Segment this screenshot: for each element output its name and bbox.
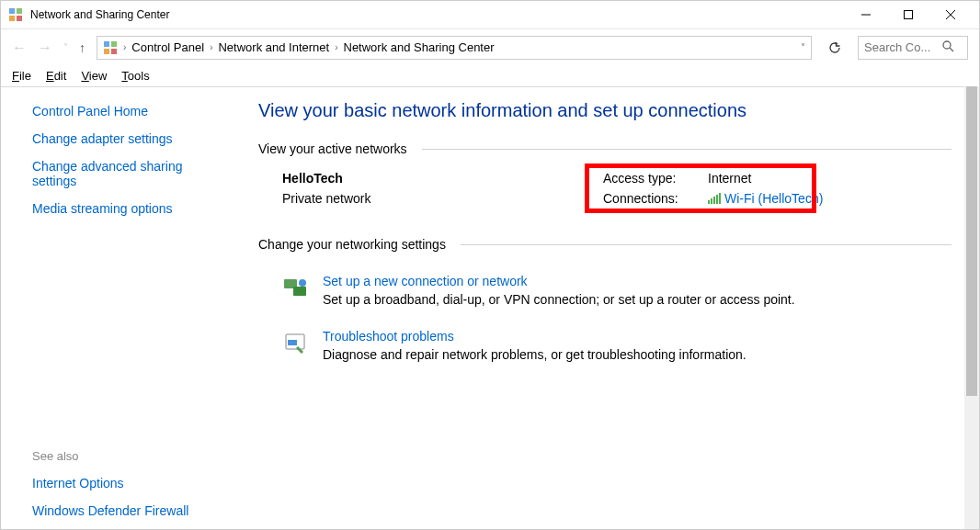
svg-rect-23 [288, 340, 297, 345]
svg-point-21 [299, 279, 306, 287]
svg-rect-2 [9, 16, 15, 21]
menu-view[interactable]: View [81, 69, 107, 83]
active-network-row: HelloTech Private network Access type: I… [258, 171, 952, 211]
troubleshoot-item[interactable]: Troubleshoot problems Diagnose and repai… [258, 321, 952, 377]
see-also-link[interactable]: Internet Options [32, 476, 229, 491]
svg-rect-16 [713, 197, 715, 204]
sidebar: Control Panel Home Change adapter settin… [1, 87, 240, 529]
see-also-link[interactable]: Windows Defender Firewall [32, 503, 229, 518]
svg-rect-20 [293, 287, 306, 296]
minimize-button[interactable] [845, 1, 887, 28]
svg-rect-5 [905, 11, 913, 19]
sidebar-link[interactable]: Media streaming options [32, 201, 229, 216]
svg-rect-8 [104, 41, 109, 47]
breadcrumb-item[interactable]: Control Panel [131, 40, 204, 54]
window-controls [845, 1, 972, 28]
sidebar-link[interactable]: Change advanced sharing settings [32, 159, 198, 188]
scrollbar-thumb[interactable] [966, 86, 977, 396]
connections-label: Connections: [603, 191, 708, 206]
back-button[interactable]: ← [12, 39, 27, 56]
troubleshoot-icon [282, 331, 308, 356]
breadcrumb-item[interactable]: Network and Sharing Center [344, 40, 495, 54]
access-type-label: Access type: [603, 171, 708, 186]
page-title: View your basic network information and … [258, 100, 952, 121]
svg-rect-11 [111, 49, 117, 54]
refresh-button[interactable] [823, 36, 847, 60]
item-description: Set up a broadband, dial-up, or VPN conn… [323, 292, 795, 307]
active-networks-label: View your active networks [258, 141, 952, 156]
control-panel-icon [103, 40, 118, 55]
forward-button[interactable]: → [38, 39, 52, 56]
titlebar: Network and Sharing Center [1, 1, 979, 28]
search-icon[interactable] [941, 39, 954, 55]
up-button[interactable]: ↑ [79, 40, 85, 55]
svg-rect-3 [17, 16, 22, 21]
setup-connection-item[interactable]: Set up a new connection or network Set u… [258, 266, 952, 321]
network-info: HelloTech Private network [282, 171, 586, 211]
control-panel-home-link[interactable]: Control Panel Home [32, 104, 229, 118]
menu-edit[interactable]: Edit [46, 69, 66, 83]
window-title: Network and Sharing Center [30, 8, 845, 21]
chevron-right-icon[interactable]: › [210, 42, 212, 52]
svg-line-13 [950, 48, 953, 51]
connection-icon [282, 276, 308, 301]
chevron-right-icon[interactable]: › [335, 42, 337, 52]
item-text: Set up a new connection or network Set u… [323, 274, 795, 307]
connection-link[interactable]: Wi-Fi (HelloTech) [708, 191, 823, 206]
breadcrumb-item[interactable]: Network and Internet [218, 40, 329, 54]
maximize-button[interactable] [887, 1, 929, 28]
svg-rect-10 [104, 49, 109, 54]
svg-rect-9 [111, 41, 117, 47]
menu-bar: File Edit View Tools [1, 65, 979, 87]
main-panel: View your basic network information and … [240, 87, 979, 529]
svg-rect-1 [17, 8, 22, 14]
search-input[interactable] [864, 40, 938, 54]
chevron-right-icon[interactable]: › [123, 42, 126, 52]
close-button[interactable] [929, 1, 972, 28]
vertical-scrollbar[interactable] [964, 86, 979, 529]
svg-rect-15 [711, 198, 712, 204]
network-type: Private network [282, 191, 586, 206]
connections-row: Connections: Wi-Fi (HelloTech) [603, 191, 952, 206]
change-settings-label: Change your networking settings [258, 237, 952, 252]
sidebar-link[interactable]: Change adapter settings [32, 131, 229, 146]
item-title[interactable]: Set up a new connection or network [323, 274, 795, 288]
content-area: Control Panel Home Change adapter settin… [1, 87, 979, 529]
svg-rect-0 [9, 8, 15, 14]
svg-rect-17 [716, 195, 718, 204]
svg-rect-14 [708, 200, 710, 204]
item-text: Troubleshoot problems Diagnose and repai… [323, 329, 746, 362]
address-dropdown[interactable]: ˅ [801, 42, 805, 52]
network-name: HelloTech [282, 171, 586, 186]
item-description: Diagnose and repair network problems, or… [323, 347, 746, 362]
access-type-row: Access type: Internet [603, 171, 952, 186]
menu-file[interactable]: File [12, 69, 31, 83]
access-type-value: Internet [708, 171, 751, 186]
navigation-toolbar: ← → ˅ ↑ › Control Panel › Network and In… [1, 28, 979, 65]
wifi-signal-icon [708, 192, 721, 203]
recent-dropdown[interactable]: ˅ [63, 42, 68, 52]
address-bar[interactable]: › Control Panel › Network and Internet ›… [97, 36, 812, 60]
network-details: Access type: Internet Connections: Wi-Fi… [586, 171, 952, 211]
search-box[interactable] [858, 36, 968, 60]
svg-point-12 [943, 41, 951, 49]
svg-rect-18 [719, 193, 721, 204]
menu-tools[interactable]: Tools [121, 69, 149, 83]
see-also-label: See also [32, 449, 229, 463]
item-title[interactable]: Troubleshoot problems [323, 329, 746, 344]
control-panel-icon [8, 7, 23, 22]
